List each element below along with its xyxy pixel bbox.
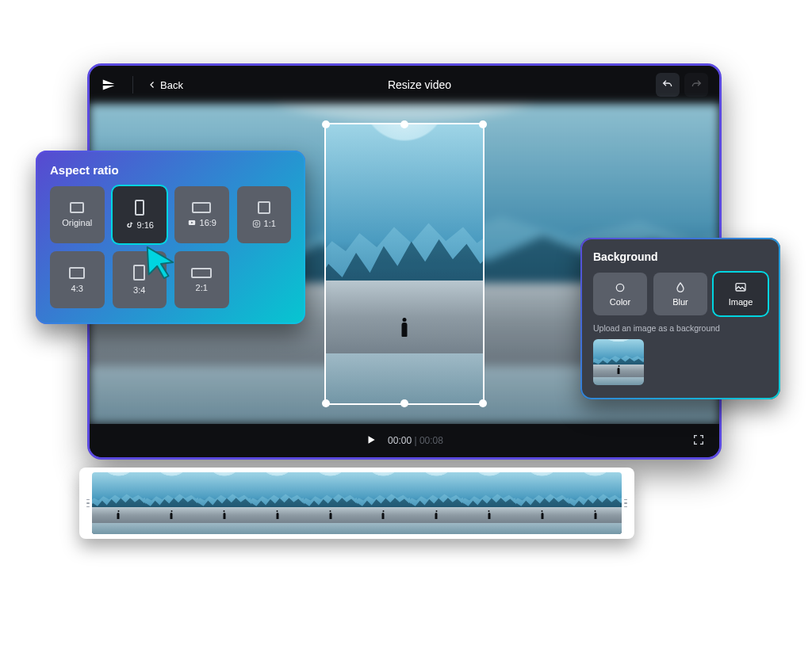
ratio-label: 9:16 <box>137 220 154 230</box>
instagram-icon <box>252 220 261 228</box>
back-button[interactable]: Back <box>147 79 183 91</box>
crop-handle-t[interactable] <box>400 120 408 128</box>
ratio-label: Original <box>62 218 92 227</box>
timeline-frame <box>569 472 622 534</box>
timeline-frame <box>410 472 463 534</box>
play-bar: 00:00 | 00:08 <box>90 424 719 457</box>
ratio-tile-16-9[interactable]: 16:9 <box>174 186 229 243</box>
timeline-frame <box>145 472 198 534</box>
top-bar: Back Resize video <box>90 66 719 104</box>
ratio-label: 2:1 <box>196 283 208 292</box>
ratio-label: 3:4 <box>133 285 145 295</box>
back-label: Back <box>160 79 183 91</box>
background-tab-color[interactable]: Color <box>593 273 647 315</box>
stage: Back Resize video <box>0 0 812 649</box>
timeline-frame <box>515 472 569 534</box>
background-panel: Background Color Blur Image Upload an im… <box>580 238 780 399</box>
ratio-tile-3-4[interactable]: 3:4 <box>113 251 167 308</box>
timeline-handle-right[interactable] <box>622 485 630 521</box>
redo-icon <box>690 78 703 91</box>
timeline-frame <box>463 472 516 534</box>
timeline-frame <box>92 472 145 534</box>
svg-point-3 <box>616 284 623 291</box>
background-tab-image[interactable]: Image <box>714 273 768 315</box>
aspect-ratio-grid: Original 9:16 16:9 1 <box>50 186 291 308</box>
background-tab-blur[interactable]: Blur <box>653 273 707 315</box>
ratio-shape-icon <box>191 268 212 278</box>
timeline-handle-left[interactable] <box>84 485 92 521</box>
ratio-tile-1-1[interactable]: 1:1 <box>237 186 292 243</box>
ratio-tile-2-1[interactable]: 2:1 <box>174 251 229 308</box>
time-current: 00:00 <box>388 435 412 446</box>
timeline-frame <box>251 472 304 534</box>
image-icon <box>734 281 747 294</box>
ratio-shape-icon <box>133 265 145 281</box>
tab-label: Image <box>729 297 753 307</box>
background-thumbnail[interactable] <box>593 339 644 385</box>
undo-icon <box>661 78 674 91</box>
aspect-ratio-panel: Aspect ratio Original 9:16 16:9 <box>36 151 305 324</box>
ratio-shape-icon <box>70 202 84 213</box>
crop-handle-bl[interactable] <box>322 399 330 407</box>
ratio-tile-9-16[interactable]: 9:16 <box>113 186 167 243</box>
ratio-tile-4-3[interactable]: 4:3 <box>50 251 105 308</box>
capcut-logo-icon <box>101 76 118 94</box>
timeline-frames[interactable] <box>92 472 622 534</box>
timeline-frame <box>304 472 357 534</box>
circle-icon <box>614 281 626 294</box>
play-button[interactable] <box>366 434 377 448</box>
youtube-icon <box>187 219 197 227</box>
droplet-icon <box>674 281 687 294</box>
chevron-left-icon <box>147 80 157 90</box>
ratio-shape-icon <box>258 201 270 214</box>
timeline-frame <box>357 472 410 534</box>
ratio-tile-original[interactable]: Original <box>50 186 105 243</box>
crop-handle-tr[interactable] <box>479 120 487 128</box>
tiktok-icon <box>125 221 134 230</box>
timeline-frame <box>198 472 251 534</box>
undo-button[interactable] <box>656 73 680 97</box>
page-title: Resize video <box>194 78 645 91</box>
aspect-panel-title: Aspect ratio <box>50 163 291 177</box>
crop-frame[interactable] <box>326 124 483 403</box>
ratio-shape-icon <box>69 267 85 279</box>
background-tabs: Color Blur Image <box>593 273 768 315</box>
ratio-label: 1:1 <box>264 219 276 228</box>
fullscreen-icon <box>692 433 705 446</box>
background-panel-title: Background <box>593 250 768 263</box>
ratio-shape-icon <box>192 202 211 213</box>
divider <box>132 76 133 94</box>
ratio-shape-icon <box>135 200 144 216</box>
crop-handle-br[interactable] <box>479 399 487 407</box>
crop-handle-tl[interactable] <box>322 120 330 128</box>
ratio-label: 16:9 <box>200 218 216 227</box>
background-hint: Upload an image as a background <box>593 323 768 333</box>
top-actions <box>656 73 708 97</box>
time-duration: 00:08 <box>419 435 443 446</box>
crop-handle-b[interactable] <box>400 399 408 407</box>
time-display: 00:00 | 00:08 <box>388 435 443 446</box>
tab-label: Blur <box>672 297 688 307</box>
ratio-label: 4:3 <box>71 284 83 293</box>
redo-button[interactable] <box>684 73 708 97</box>
tab-label: Color <box>610 297 630 307</box>
svg-rect-1 <box>253 220 259 227</box>
fullscreen-button[interactable] <box>692 433 705 449</box>
svg-point-2 <box>255 222 258 225</box>
play-icon <box>366 434 377 445</box>
timeline[interactable] <box>79 468 634 539</box>
